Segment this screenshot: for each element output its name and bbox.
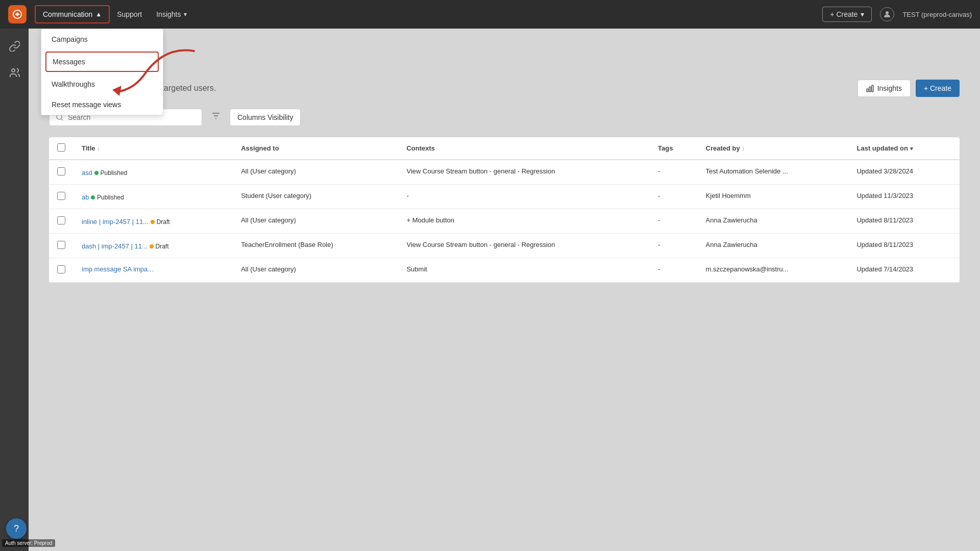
user-avatar-icon[interactable] (880, 7, 894, 21)
row-updated: Updated 7/14/2023 (848, 258, 960, 283)
status-badge: Draft (151, 218, 170, 226)
row-checkbox-2[interactable] (57, 216, 65, 224)
filter-button[interactable] (207, 107, 225, 127)
svg-rect-5 (869, 87, 871, 92)
row-title-link[interactable]: asd (82, 169, 92, 177)
row-title-cell: inline | imp-2457 | 11... Draft (74, 209, 233, 234)
select-all-checkbox[interactable] (57, 143, 65, 152)
toolbar: Columns Visibility (49, 107, 960, 127)
table-row: ab Published Student (User category) - -… (49, 185, 960, 209)
page-header-text: a selected element or page for targeted … (49, 84, 857, 93)
dropdown-walkthroughs[interactable]: Walkthroughs (41, 74, 163, 94)
status-label: Draft (156, 243, 169, 250)
row-contexts: + Module button (398, 209, 650, 234)
row-checkbox-cell[interactable] (49, 185, 74, 209)
col-title[interactable]: Title (74, 137, 233, 160)
row-title-cell: ab Published (74, 185, 233, 209)
status-dot (91, 195, 95, 199)
row-title-link[interactable]: dash | imp-2457 | 11... (82, 242, 148, 250)
app-logo[interactable] (8, 5, 27, 23)
row-created-by: Test Automation Selenide ... (698, 160, 849, 185)
row-tags: - (650, 234, 698, 258)
status-label: Published (97, 194, 124, 201)
dropdown-reset[interactable]: Reset message views (41, 94, 163, 115)
create-button[interactable]: + Create (916, 80, 960, 97)
nav-insights[interactable]: Insights ▾ (149, 6, 194, 22)
status-dot (150, 244, 154, 248)
row-contexts: - (398, 185, 650, 209)
row-tags: - (650, 258, 698, 283)
row-contexts: View Course Stream button - general - Re… (398, 160, 650, 185)
table-row: inline | imp-2457 | 11... Draft All (Use… (49, 209, 960, 234)
nav-communication[interactable]: Communication ▲ (35, 5, 110, 23)
row-tags: - (650, 209, 698, 234)
communication-caret-icon: ▲ (95, 11, 102, 18)
help-button[interactable]: ? (6, 518, 27, 539)
auth-badge: Auth server: Preprod (2, 539, 55, 547)
table-header-row: Title Assigned to Contexts Tags Created … (49, 137, 960, 160)
col-tags: Tags (650, 137, 698, 160)
insights-button[interactable]: Insights (857, 80, 911, 97)
top-navigation: Communication ▲ Support Insights ▾ + Cre… (0, 0, 980, 29)
main-content: a selected element or page for targeted … (29, 29, 980, 551)
row-created-by: Anna Zawierucha (698, 209, 849, 234)
row-title-cell: imp message SA impa... (74, 258, 233, 283)
dropdown-campaigns[interactable]: Campaigns (41, 29, 163, 49)
row-title-link[interactable]: ab (82, 193, 89, 201)
row-assigned: All (User category) (233, 258, 398, 283)
col-assigned: Assigned to (233, 137, 398, 160)
row-checkbox-0[interactable] (57, 167, 65, 176)
row-contexts: Submit (398, 258, 650, 283)
status-badge: Draft (150, 243, 169, 250)
sidebar-link-icon[interactable] (5, 37, 23, 55)
col-updated[interactable]: Last updated on (848, 137, 960, 160)
nav-insights-label: Insights (156, 10, 181, 18)
insights-caret-icon: ▾ (184, 11, 187, 18)
nav-communication-label: Communication (43, 10, 92, 18)
svg-point-3 (12, 69, 15, 72)
table-row: dash | imp-2457 | 11... Draft TeacherEnr… (49, 234, 960, 258)
dropdown-messages[interactable]: Messages (45, 52, 159, 72)
row-checkbox-cell[interactable] (49, 258, 74, 283)
filter-icon (211, 111, 220, 120)
svg-point-1 (886, 11, 889, 14)
tenant-label: TEST (preprod-canvas) (902, 11, 972, 18)
row-checkbox-cell[interactable] (49, 160, 74, 185)
row-assigned: TeacherEnrollment (Base Role) (233, 234, 398, 258)
row-updated: Updated 11/3/2023 (848, 185, 960, 209)
row-updated: Updated 3/28/2024 (848, 160, 960, 185)
page-header-actions: Insights + Create (857, 80, 960, 97)
row-title-cell: asd Published (74, 160, 233, 185)
row-checkbox-cell[interactable] (49, 209, 74, 234)
nav-create-button[interactable]: + Create ▾ (822, 7, 872, 22)
nav-support[interactable]: Support (110, 6, 149, 22)
row-title-link[interactable]: imp message SA impa... (82, 265, 153, 273)
row-assigned: All (User category) (233, 160, 398, 185)
row-contexts: View Course Stream button - general - Re… (398, 234, 650, 258)
create-btn-label: + Create (924, 84, 951, 92)
create-label: + Create (830, 10, 857, 18)
sidebar-users-icon[interactable] (5, 63, 23, 82)
messages-table: Title Assigned to Contexts Tags Created … (49, 137, 960, 283)
status-label: Draft (157, 218, 170, 226)
svg-rect-4 (867, 89, 868, 92)
status-dot (151, 220, 155, 224)
select-all-cell[interactable] (49, 137, 74, 160)
row-checkbox-cell[interactable] (49, 234, 74, 258)
row-tags: - (650, 160, 698, 185)
row-title-link[interactable]: inline | imp-2457 | 11... (82, 218, 149, 226)
row-checkbox-3[interactable] (57, 241, 65, 249)
communication-dropdown: Campaigns Messages Walkthroughs Reset me… (41, 29, 163, 115)
table-row: imp message SA impa... All (User categor… (49, 258, 960, 283)
table-row: asd Published All (User category) View C… (49, 160, 960, 185)
row-checkbox-4[interactable] (57, 265, 65, 273)
status-badge: Published (94, 169, 128, 177)
columns-visibility-button[interactable]: Columns Visibility (230, 109, 301, 126)
col-created[interactable]: Created by (698, 137, 849, 160)
row-assigned: Student (User category) (233, 185, 398, 209)
nav-right-area: + Create ▾ TEST (preprod-canvas) (822, 7, 972, 22)
svg-rect-6 (872, 85, 873, 92)
row-updated: Updated 8/11/2023 (848, 234, 960, 258)
page-header: a selected element or page for targeted … (49, 39, 960, 97)
row-checkbox-1[interactable] (57, 192, 65, 200)
